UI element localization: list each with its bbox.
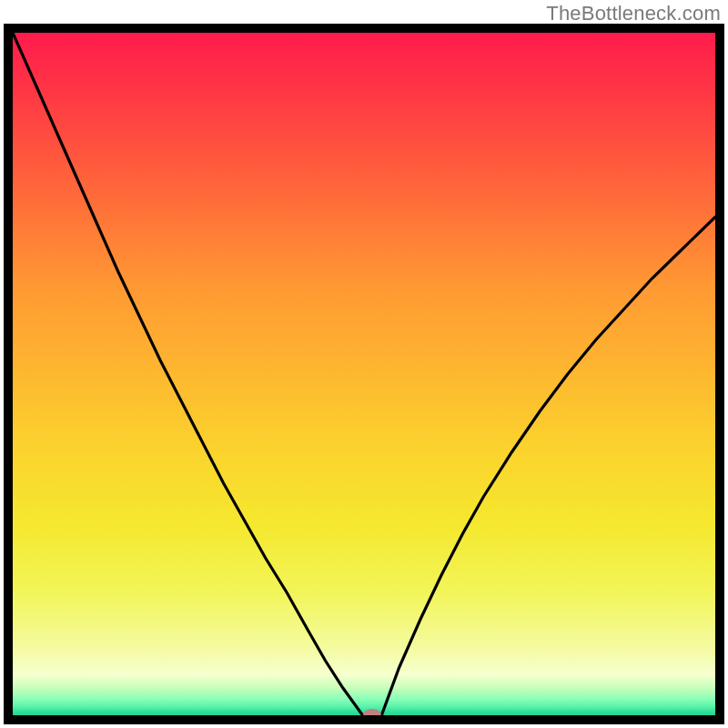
bottleneck-curve — [13, 33, 715, 715]
chart-container: TheBottleneck.com — [0, 0, 728, 728]
curve-svg — [13, 33, 715, 715]
watermark-label: TheBottleneck.com — [546, 2, 721, 25]
plot-area — [13, 33, 715, 715]
optimal-point-marker — [363, 709, 381, 715]
